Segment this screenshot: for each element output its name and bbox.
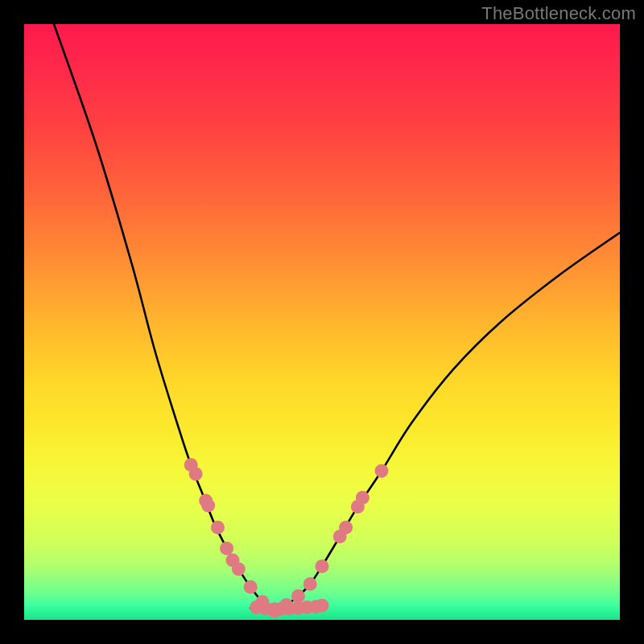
data-marker [303,577,317,591]
data-marker [201,498,215,512]
watermark-text: TheBottleneck.com [481,3,636,24]
data-marker [244,580,258,594]
data-marker [316,599,329,613]
curve-group [54,24,620,611]
data-marker [316,559,329,573]
data-marker [189,467,203,481]
data-marker [375,464,389,478]
plot-area [24,24,620,620]
data-marker [220,542,233,555]
data-marker [291,589,305,603]
data-marker [211,521,225,535]
right-curve [275,233,620,611]
data-marker [232,563,246,576]
left-curve [54,24,275,611]
chart-svg [24,24,620,620]
data-marker [339,521,353,535]
data-marker [356,491,369,505]
chart-container: TheBottleneck.com [0,0,644,644]
